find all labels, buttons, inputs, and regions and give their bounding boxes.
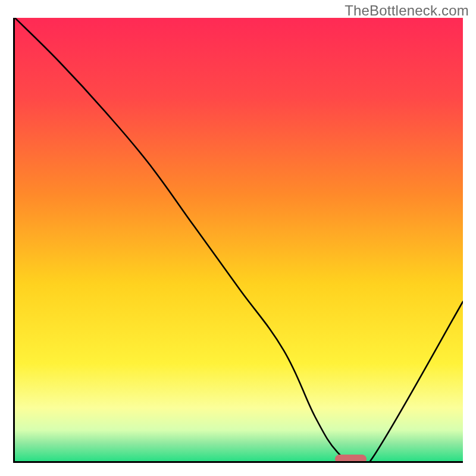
optimal-marker xyxy=(335,455,367,463)
plot-area xyxy=(13,18,463,463)
watermark-text: TheBottleneck.com xyxy=(345,2,469,19)
bottleneck-curve xyxy=(15,18,463,461)
chart-container: TheBottleneck.com xyxy=(0,0,476,476)
curve-path xyxy=(15,18,463,463)
